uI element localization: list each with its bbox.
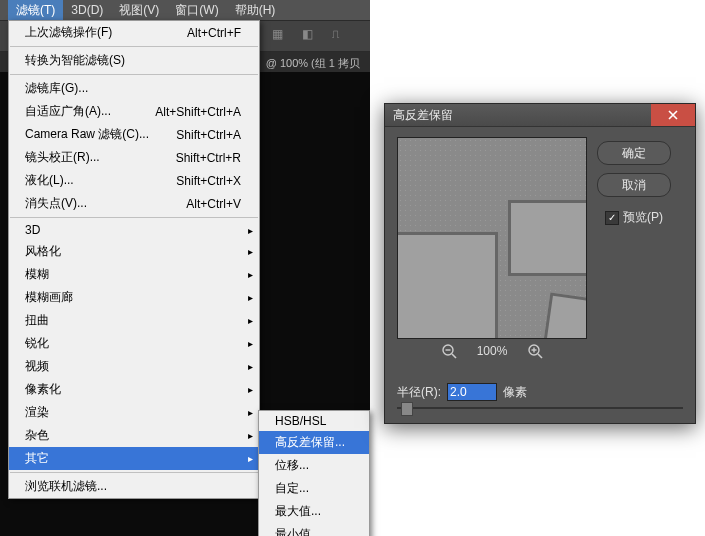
submenu-item[interactable]: 最大值... — [259, 500, 369, 523]
svg-line-1 — [452, 354, 456, 358]
menu-item[interactable]: 锐化 — [9, 332, 259, 355]
radius-input[interactable] — [447, 383, 497, 401]
menu-item[interactable]: 上次滤镜操作(F)Alt+Ctrl+F — [9, 21, 259, 44]
menu-滤镜(T)[interactable]: 滤镜(T) — [8, 0, 63, 21]
menu-窗口(W)[interactable]: 窗口(W) — [167, 0, 226, 21]
submenu-item[interactable]: 位移... — [259, 454, 369, 477]
menu-item[interactable]: 模糊画廊 — [9, 286, 259, 309]
submenu-item[interactable]: 高反差保留... — [259, 431, 369, 454]
menu-item[interactable]: 模糊 — [9, 263, 259, 286]
menu-视图(V)[interactable]: 视图(V) — [111, 0, 167, 21]
menu-item[interactable]: Camera Raw 滤镜(C)...Shift+Ctrl+A — [9, 123, 259, 146]
menu-item[interactable]: 浏览联机滤镜... — [9, 475, 259, 498]
close-icon[interactable] — [651, 104, 695, 126]
filter-other-submenu[interactable]: HSB/HSL高反差保留...位移...自定...最大值...最小值... — [258, 410, 370, 536]
toolbar-icon[interactable]: ▦ — [272, 27, 290, 45]
menu-bar: 滤镜(T)3D(D)视图(V)窗口(W)帮助(H) — [0, 0, 370, 20]
menu-item[interactable]: 自适应广角(A)...Alt+Shift+Ctrl+A — [9, 100, 259, 123]
preview-checkbox[interactable]: ✓ — [605, 211, 619, 225]
dialog-title: 高反差保留 — [393, 107, 453, 124]
menu-item[interactable]: 视频 — [9, 355, 259, 378]
dialog-titlebar[interactable]: 高反差保留 — [385, 104, 695, 127]
shortcut: Shift+Ctrl+R — [176, 151, 241, 165]
menu-帮助(H)[interactable]: 帮助(H) — [227, 0, 284, 21]
toolbar-icon[interactable]: ◧ — [302, 27, 320, 45]
filter-menu-dropdown[interactable]: 上次滤镜操作(F)Alt+Ctrl+F转换为智能滤镜(S)滤镜库(G)...自适… — [8, 20, 260, 499]
submenu-item[interactable]: 自定... — [259, 477, 369, 500]
menu-item[interactable]: 滤镜库(G)... — [9, 77, 259, 100]
zoom-out-icon[interactable] — [441, 343, 457, 359]
shortcut: Shift+Ctrl+X — [176, 174, 241, 188]
menu-item[interactable]: 像素化 — [9, 378, 259, 401]
menu-item[interactable]: 杂色 — [9, 424, 259, 447]
submenu-item[interactable]: HSB/HSL — [259, 411, 369, 431]
radius-label: 半径(R): — [397, 384, 441, 401]
menu-item[interactable]: 转换为智能滤镜(S) — [9, 49, 259, 72]
radius-unit: 像素 — [503, 384, 527, 401]
shortcut: Alt+Shift+Ctrl+A — [155, 105, 241, 119]
preview-label: 预览(P) — [623, 209, 663, 226]
menu-item[interactable]: 扭曲 — [9, 309, 259, 332]
separator — [10, 217, 258, 218]
menu-3D(D)[interactable]: 3D(D) — [63, 1, 111, 19]
zoom-label: @ 100% (组 1 拷贝 — [266, 56, 360, 71]
zoom-in-icon[interactable] — [527, 343, 543, 359]
radius-slider[interactable] — [397, 407, 683, 409]
high-pass-dialog: 高反差保留 100% 确定 取消 — [384, 103, 696, 424]
menu-item[interactable]: 3D — [9, 220, 259, 240]
separator — [10, 472, 258, 473]
menu-item[interactable]: 液化(L)...Shift+Ctrl+X — [9, 169, 259, 192]
preview-image[interactable] — [397, 137, 587, 339]
menu-item[interactable]: 消失点(V)...Alt+Ctrl+V — [9, 192, 259, 215]
submenu-item[interactable]: 最小值... — [259, 523, 369, 536]
menu-item[interactable]: 风格化 — [9, 240, 259, 263]
menu-item[interactable]: 镜头校正(R)...Shift+Ctrl+R — [9, 146, 259, 169]
toolbar-icon[interactable]: ⎍ — [332, 27, 350, 45]
zoom-level: 100% — [477, 344, 508, 358]
shortcut: Alt+Ctrl+F — [187, 26, 241, 40]
menu-item[interactable]: 其它 — [9, 447, 259, 470]
shortcut: Shift+Ctrl+A — [176, 128, 241, 142]
menu-item[interactable]: 渲染 — [9, 401, 259, 424]
ok-button[interactable]: 确定 — [597, 141, 671, 165]
separator — [10, 46, 258, 47]
svg-line-4 — [538, 354, 542, 358]
separator — [10, 74, 258, 75]
shortcut: Alt+Ctrl+V — [186, 197, 241, 211]
cancel-button[interactable]: 取消 — [597, 173, 671, 197]
slider-thumb[interactable] — [401, 402, 413, 416]
